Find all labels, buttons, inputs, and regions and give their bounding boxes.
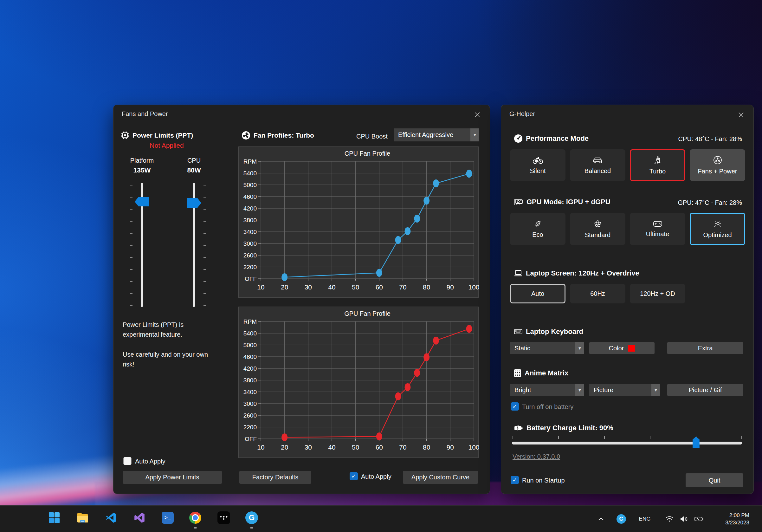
run-on-startup-checkbox[interactable]: ✓ bbox=[511, 476, 519, 484]
svg-text:2600: 2600 bbox=[243, 252, 257, 259]
chevron-down-icon[interactable]: ▼ bbox=[575, 384, 584, 396]
powershell-glyph: >_ bbox=[165, 515, 171, 521]
screen-60hz-label: 60Hz bbox=[590, 290, 605, 297]
version-link[interactable]: Version: 0.37.0.0 bbox=[512, 453, 560, 460]
battery-slider-track[interactable] bbox=[512, 442, 742, 444]
svg-text:2200: 2200 bbox=[243, 424, 257, 430]
visual-studio-icon bbox=[133, 512, 145, 524]
laptop-keyboard-heading-label: Laptop Keyboard bbox=[526, 328, 583, 336]
power-auto-apply-checkbox[interactable] bbox=[123, 457, 131, 465]
quit-button[interactable]: Quit bbox=[686, 473, 743, 487]
tray-g-helper-icon[interactable]: G bbox=[616, 506, 627, 532]
gpu-mode-heading-label: GPU Mode: iGPU + dGPU bbox=[526, 198, 610, 206]
svg-text:OFF: OFF bbox=[245, 275, 257, 282]
g-helper-window: G-Helper Performance Mode CPU: 48°C - Fa… bbox=[501, 105, 754, 494]
close-icon[interactable] bbox=[473, 111, 482, 119]
optimize-icon bbox=[713, 219, 722, 228]
svg-text:90: 90 bbox=[447, 283, 454, 291]
factory-defaults-button[interactable]: Factory Defaults bbox=[239, 471, 311, 484]
svg-text:20: 20 bbox=[281, 443, 288, 451]
matrix-picture-gif-button[interactable]: Picture / Gif bbox=[667, 384, 743, 396]
svg-text:60: 60 bbox=[376, 283, 383, 291]
chevron-down-icon[interactable]: ▼ bbox=[575, 342, 584, 354]
perf-fans-power-label: Fans + Power bbox=[698, 168, 737, 175]
cpu-value: 80W bbox=[169, 167, 219, 174]
screen-120hz-button[interactable]: 120Hz + OD bbox=[630, 284, 685, 303]
battery-icon[interactable] bbox=[692, 506, 706, 532]
vscode-button[interactable] bbox=[103, 510, 118, 525]
cpu-fan-chart[interactable]: CPU Fan Profile102030405060708090100OFF2… bbox=[238, 146, 479, 298]
tray-chevron-up-icon[interactable] bbox=[595, 506, 607, 532]
fan-profiles-heading-label: Fan Profiles: Turbo bbox=[254, 131, 314, 139]
svg-text:OFF: OFF bbox=[245, 436, 257, 442]
gpu-standard-label: Standard bbox=[585, 231, 610, 239]
perf-turbo-button[interactable]: Turbo bbox=[630, 149, 685, 181]
chevron-down-icon[interactable]: ▼ bbox=[651, 384, 660, 396]
svg-text:2200: 2200 bbox=[243, 264, 257, 270]
turn-off-on-battery-checkbox[interactable]: ✓ bbox=[511, 402, 519, 411]
cpu-boost-dropdown[interactable]: Efficient Aggressive ▼ bbox=[394, 128, 479, 141]
platform-slider-thumb[interactable] bbox=[135, 197, 149, 206]
volume-icon[interactable] bbox=[678, 506, 690, 532]
wifi-icon[interactable] bbox=[663, 506, 676, 532]
file-explorer-button[interactable] bbox=[75, 510, 90, 525]
rocket-icon bbox=[653, 156, 662, 165]
battery-slider-ticks bbox=[512, 436, 742, 439]
svg-text:3800: 3800 bbox=[243, 217, 257, 223]
power-limits-note-1: Power Limits (PPT) is experimental featu… bbox=[123, 320, 218, 340]
svg-text:70: 70 bbox=[399, 443, 406, 451]
gpu-temp-fan-status: GPU: 47°C - Fan: 28% bbox=[678, 199, 742, 206]
close-icon[interactable] bbox=[737, 111, 745, 119]
tidal-button[interactable] bbox=[216, 510, 231, 525]
gpu-optimized-button[interactable]: Optimized bbox=[690, 213, 745, 245]
svg-text:RPM: RPM bbox=[243, 318, 257, 325]
chrome-button[interactable] bbox=[188, 510, 203, 525]
screen-60hz-button[interactable]: 60Hz bbox=[570, 284, 625, 303]
apply-custom-curve-button[interactable]: Apply Custom Curve bbox=[403, 471, 478, 484]
curve-auto-apply-label: Auto Apply bbox=[361, 473, 392, 480]
start-button[interactable] bbox=[46, 510, 62, 525]
gpu-ultimate-button[interactable]: Ultimate bbox=[630, 213, 685, 245]
gpu-fan-chart[interactable]: GPU Fan Profile102030405060708090100OFF2… bbox=[238, 307, 479, 458]
power-limits-status: Not Applied bbox=[121, 142, 213, 149]
screen-120hz-label: 120Hz + OD bbox=[640, 290, 675, 297]
g-helper-button[interactable]: G bbox=[244, 510, 259, 525]
laptop-screen-heading: Laptop Screen: 120Hz + Overdrive bbox=[514, 269, 639, 277]
curve-auto-apply-checkbox[interactable]: ✓ bbox=[349, 472, 358, 480]
powershell-icon: >_ bbox=[162, 512, 174, 524]
chevron-down-icon[interactable]: ▼ bbox=[470, 128, 479, 141]
matrix-mode-value: Picture bbox=[589, 384, 651, 396]
keyboard-mode-dropdown[interactable]: Static ▼ bbox=[510, 342, 584, 354]
gpu-eco-button[interactable]: Eco bbox=[510, 213, 566, 245]
language-indicator[interactable]: ENG bbox=[637, 506, 653, 532]
cpu-slider-thumb[interactable] bbox=[187, 198, 201, 208]
svg-text:100: 100 bbox=[468, 283, 479, 291]
powershell-button[interactable]: >_ bbox=[160, 510, 175, 525]
screen-auto-button[interactable]: Auto bbox=[510, 284, 566, 303]
power-limits-note-2: Use carefully and on your own risk! bbox=[123, 350, 218, 369]
perf-silent-button[interactable]: Silent bbox=[510, 149, 566, 181]
quit-label: Quit bbox=[709, 477, 721, 484]
perf-fans-power-button[interactable]: Fans + Power bbox=[690, 149, 745, 181]
matrix-mode-dropdown[interactable]: Picture ▼ bbox=[589, 384, 660, 396]
matrix-picture-gif-label: Picture / Gif bbox=[689, 387, 722, 394]
svg-text:40: 40 bbox=[328, 283, 335, 291]
keyboard-color-button[interactable]: Color bbox=[589, 342, 654, 354]
matrix-dots-icon bbox=[514, 369, 521, 377]
battery-limit-heading-label: Battery Charge Limit: 90% bbox=[526, 424, 613, 432]
svg-text:4200: 4200 bbox=[243, 365, 257, 372]
gpu-mode-heading: GPU Mode: iGPU + dGPU bbox=[514, 198, 610, 206]
leaf-icon bbox=[534, 220, 542, 228]
matrix-brightness-dropdown[interactable]: Bright ▼ bbox=[510, 384, 584, 396]
apply-power-limits-button[interactable]: Apply Power Limits bbox=[123, 471, 222, 484]
tray-date: 3/23/2023 bbox=[725, 519, 749, 526]
clock[interactable]: 2:00 PM 3/23/2023 bbox=[725, 506, 749, 532]
gpu-standard-button[interactable]: Standard bbox=[570, 213, 625, 245]
perf-balanced-button[interactable]: Balanced bbox=[570, 149, 625, 181]
svg-text:30: 30 bbox=[305, 283, 312, 291]
keyboard-extra-button[interactable]: Extra bbox=[667, 342, 743, 354]
folder-icon bbox=[76, 512, 89, 523]
power-limits-heading-label: Power Limits (PPT) bbox=[132, 131, 193, 139]
visual-studio-button[interactable] bbox=[132, 510, 147, 525]
performance-mode-heading-label: Performance Mode bbox=[526, 134, 589, 143]
